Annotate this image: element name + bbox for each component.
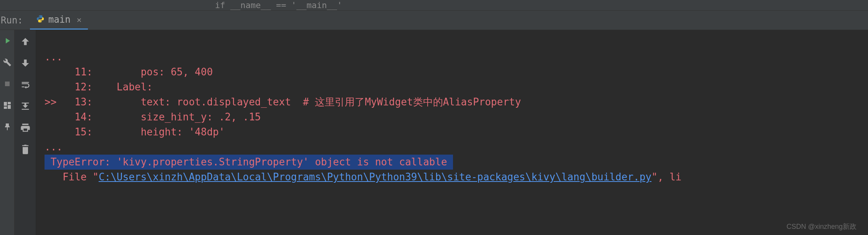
python-icon (36, 15, 45, 25)
code-line: 15: height: '48dp' (45, 126, 225, 138)
error-message[interactable]: TypeError: 'kivy.properties.StringProper… (45, 155, 453, 170)
main-content-area: ... 11: pos: 65, 400 12: Label: >> 13: t… (0, 30, 868, 235)
tab-label: main (48, 14, 71, 25)
watermark-text: CSDN @xinzheng新政 (787, 222, 856, 231)
svg-rect-0 (5, 82, 10, 86)
run-label: Run: (0, 15, 30, 26)
ellipsis: ... (45, 51, 63, 63)
code-line: 11: pos: 65, 400 (45, 66, 213, 78)
code-line: 12: Label: (45, 81, 153, 93)
stop-icon[interactable] (3, 79, 12, 90)
pin-icon[interactable] (3, 122, 12, 133)
current-line-marker: >> (45, 96, 56, 108)
arrow-up-icon[interactable] (20, 36, 31, 48)
code-line: 14: size_hint_y: .2, .15 (45, 111, 261, 123)
run-tab-main[interactable]: main × (30, 11, 88, 30)
file-path-link[interactable]: C:\Users\xinzh\AppData\Local\Programs\Py… (99, 171, 651, 183)
editor-top-bar: if __name__ == '__main__' (0, 0, 868, 11)
run-toolbar-left (0, 30, 15, 235)
soft-wrap-icon[interactable] (20, 79, 31, 92)
wrench-icon[interactable] (3, 58, 12, 68)
scroll-to-end-icon[interactable] (20, 101, 31, 113)
trash-icon[interactable] (20, 144, 31, 156)
print-icon[interactable] (20, 122, 31, 135)
ellipsis: ... (45, 141, 63, 153)
run-tool-window-header: Run: main × (0, 11, 868, 30)
console-gutter-toolbar (15, 30, 36, 235)
file-label: File " (45, 171, 99, 183)
arrow-down-icon[interactable] (20, 58, 31, 70)
close-icon[interactable]: × (77, 15, 82, 25)
editor-context-text: if __name__ == '__main__' (215, 0, 342, 10)
layout-icon[interactable] (3, 101, 12, 112)
code-line: 13: text: root.displayed_text # 这里引用了MyW… (56, 96, 521, 108)
file-trail: ", li (651, 171, 681, 183)
console-output[interactable]: ... 11: pos: 65, 400 12: Label: >> 13: t… (36, 30, 868, 235)
rerun-icon[interactable] (3, 36, 12, 47)
